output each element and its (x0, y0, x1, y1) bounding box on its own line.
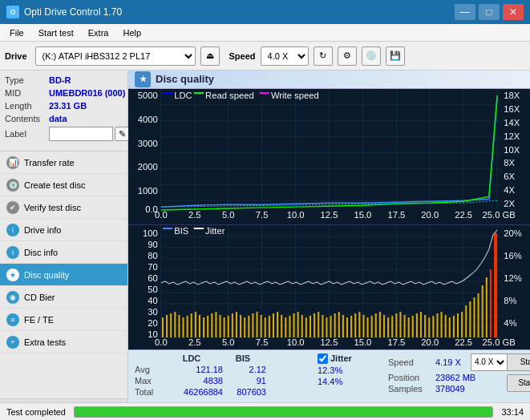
svg-rect-121 (236, 312, 237, 337)
start-part-button[interactable]: Start part (507, 374, 530, 392)
top-chart: 5000 4000 3000 2000 1000 0.0 18X 16X 14X… (128, 89, 530, 225)
svg-rect-159 (391, 316, 393, 337)
menu-start-test[interactable]: Start test (32, 26, 80, 39)
svg-rect-181 (482, 285, 483, 337)
svg-rect-137 (301, 315, 303, 337)
drive-info-icon: i (6, 224, 19, 236)
close-button[interactable]: ✕ (503, 4, 524, 20)
svg-rect-175 (457, 313, 459, 337)
start-full-button[interactable]: Start full (507, 353, 530, 371)
svg-rect-172 (445, 315, 447, 337)
settings-button[interactable]: ⚙ (338, 46, 357, 66)
bottom-chart-svg: 100 90 80 70 60 50 40 30 20 10 20% 16% 1… (128, 225, 530, 349)
svg-text:40: 40 (148, 296, 157, 305)
sidebar-item-extra-tests[interactable]: + Extra tests (0, 331, 127, 353)
svg-rect-174 (453, 316, 455, 337)
status-text: Test completed (6, 407, 66, 417)
jitter-checkbox[interactable] (318, 353, 328, 364)
svg-rect-154 (371, 316, 373, 337)
svg-rect-144 (330, 316, 332, 337)
label-edit-button[interactable]: ✎ (115, 127, 129, 141)
disc-contents-val: data (49, 114, 67, 123)
sidebar-item-disc-info[interactable]: i Disc info (0, 241, 127, 264)
sidebar-item-label-disc-info: Disc info (24, 248, 58, 257)
svg-rect-176 (461, 312, 463, 337)
disc-label-input[interactable] (49, 127, 113, 141)
svg-text:0.0: 0.0 (155, 210, 168, 220)
svg-text:12%: 12% (504, 273, 522, 283)
samples-value: 378049 (435, 384, 465, 394)
disc-length-row: Length 23.31 GB (5, 101, 129, 111)
stat-avg-jitter: 12.3% (318, 365, 342, 375)
svg-text:100: 100 (143, 228, 158, 238)
svg-rect-167 (424, 315, 426, 337)
sidebar-item-label-verify-test-disc: Verify test disc (24, 203, 81, 212)
stat-header-jitter: Jitter (330, 353, 352, 363)
svg-text:5.0: 5.0 (222, 210, 235, 220)
menu-extra[interactable]: Extra (82, 26, 115, 39)
disc-length-key: Length (5, 101, 49, 111)
speed-label-display: Speed (388, 357, 432, 367)
eject-button[interactable]: ⏏ (200, 46, 220, 66)
svg-rect-161 (399, 312, 401, 337)
menu-file[interactable]: File (3, 26, 30, 39)
sidebar-item-create-test-disc[interactable]: 💿 Create test disc (0, 174, 127, 196)
svg-rect-143 (326, 317, 327, 337)
speed-selector[interactable]: 4.0 X (471, 353, 508, 371)
app-title: Opti Drive Control 1.70 (24, 6, 122, 18)
disc-type-row: Type BD-R (5, 75, 129, 85)
svg-rect-133 (285, 317, 286, 337)
svg-rect-183 (490, 269, 492, 337)
svg-rect-166 (420, 312, 422, 337)
verify-test-disc-icon: ✔ (6, 201, 19, 214)
refresh-button[interactable]: ↻ (314, 46, 333, 66)
svg-rect-126 (257, 312, 258, 337)
svg-text:20.0: 20.0 (421, 337, 439, 347)
speed-label: Speed (229, 51, 256, 61)
menu-bar: File Start test Extra Help (0, 24, 530, 42)
svg-rect-104 (166, 315, 168, 337)
svg-rect-117 (219, 315, 220, 337)
transfer-rate-icon: 📊 (6, 156, 19, 169)
maximize-button[interactable]: □ (479, 4, 500, 20)
svg-text:12X: 12X (504, 131, 520, 140)
speed-select[interactable]: 4.0 X (261, 46, 309, 66)
status-bar: Test completed 33:14 (0, 402, 530, 420)
svg-text:4%: 4% (504, 318, 516, 328)
sidebar-item-disc-quality[interactable]: ★ Disc quality (0, 264, 127, 286)
sidebar-item-cd-bier[interactable]: ◉ CD Bier (0, 286, 127, 309)
disc-type-key: Type (5, 75, 49, 85)
svg-text:8%: 8% (504, 296, 516, 305)
svg-rect-114 (207, 316, 208, 337)
svg-rect-105 (170, 313, 172, 337)
disc-button[interactable]: 💿 (362, 46, 381, 66)
sidebar: Type BD-R MID UMEBDR016 (000) Length 23.… (0, 71, 128, 420)
sidebar-item-transfer-rate[interactable]: 📊 Transfer rate (0, 151, 127, 174)
drive-label: Drive (5, 51, 27, 61)
svg-text:0.0: 0.0 (155, 337, 168, 347)
sidebar-item-drive-info[interactable]: i Drive info (0, 219, 127, 241)
svg-text:2X: 2X (504, 199, 515, 208)
svg-rect-112 (199, 315, 200, 337)
svg-rect-170 (436, 313, 438, 337)
svg-text:1000: 1000 (138, 186, 158, 196)
disc-contents-key: Contents (5, 114, 49, 123)
cd-bier-icon: ◉ (6, 291, 19, 304)
stat-max-jitter: 14.4% (318, 377, 342, 386)
minimize-button[interactable]: — (455, 4, 475, 20)
svg-rect-99 (163, 228, 172, 229)
svg-rect-180 (478, 293, 479, 337)
sidebar-item-verify-test-disc[interactable]: ✔ Verify test disc (0, 196, 127, 219)
svg-text:10X: 10X (504, 144, 520, 154)
svg-rect-106 (174, 312, 176, 337)
disc-type-val: BD-R (49, 75, 71, 85)
svg-rect-130 (273, 313, 274, 337)
disc-mid-row: MID UMEBDR016 (000) (5, 88, 129, 98)
svg-rect-158 (387, 317, 389, 337)
sidebar-item-fe-te[interactable]: ≡ FE / TE (0, 309, 127, 331)
menu-help[interactable]: Help (116, 26, 148, 39)
save-button[interactable]: 💾 (386, 46, 405, 66)
svg-text:Jitter: Jitter (205, 226, 225, 236)
svg-rect-109 (187, 316, 188, 337)
drive-select[interactable]: (K:) ATAPI iHBS312 2 PL17 (35, 46, 196, 66)
